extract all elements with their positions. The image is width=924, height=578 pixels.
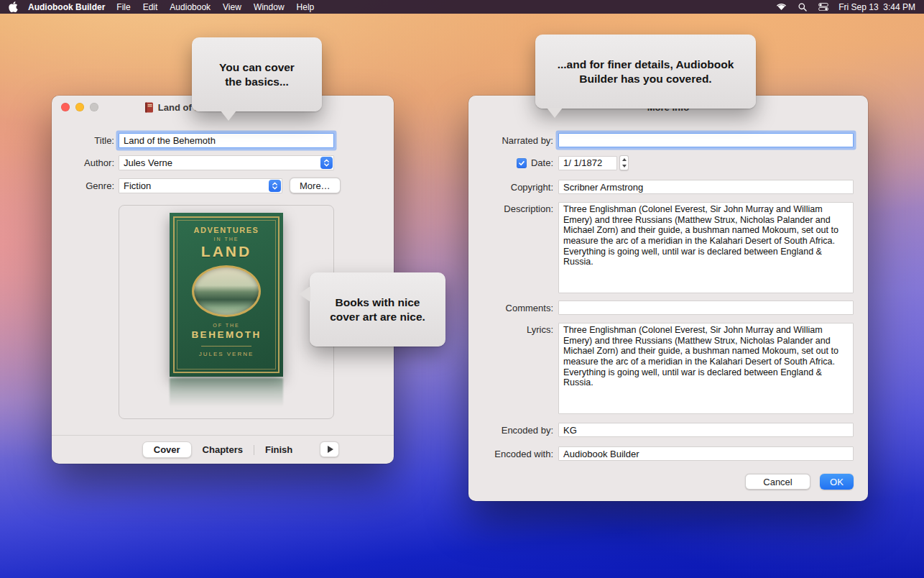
description-label: Description: <box>468 202 553 214</box>
menu-edit[interactable]: Edit <box>143 2 158 12</box>
book-cover-behemoth: BEHEMOTH <box>191 329 261 340</box>
encoded-by-row: Encoded by: <box>468 423 854 437</box>
encoded-with-row: Encoded with: <box>468 446 854 461</box>
comments-row: Comments: <box>468 301 854 315</box>
callout-cover-art-text: Books with nice cover art are nice. <box>330 296 425 323</box>
title-input[interactable] <box>119 133 334 148</box>
tab-chapters[interactable]: Chapters <box>192 442 254 457</box>
genre-row: Genre: More… <box>52 178 394 193</box>
lyrics-row: Lyrics: Three Englishman (Colonel Everes… <box>468 323 854 414</box>
arrow-up-icon <box>622 158 627 161</box>
document-icon <box>144 102 154 113</box>
menu-view[interactable]: View <box>223 2 241 12</box>
cover-art-well[interactable]: ADVENTURES IN THE LAND OF THE BEHEMOTH J… <box>119 205 334 419</box>
encoded-by-input[interactable] <box>558 423 854 437</box>
tab-finish[interactable]: Finish <box>254 442 303 457</box>
zoom-button[interactable] <box>90 103 98 111</box>
tab-cover[interactable]: Cover <box>142 441 192 458</box>
book-cover-land: LAND <box>201 243 251 260</box>
menu-window[interactable]: Window <box>254 2 285 12</box>
book-cover-title-top: ADVENTURES <box>194 226 259 234</box>
date-checkbox[interactable] <box>517 158 527 168</box>
arrow-down-icon <box>622 165 627 168</box>
lyrics-textarea[interactable]: Three Englishman (Colonel Everest, Sir J… <box>558 323 854 414</box>
comments-input[interactable] <box>558 301 854 315</box>
wifi-icon[interactable] <box>776 2 787 12</box>
ok-button[interactable]: OK <box>820 474 854 490</box>
book-cover-in-the: IN THE <box>214 237 239 242</box>
play-icon <box>328 446 333 453</box>
copyright-row: Copyright: <box>468 180 854 194</box>
more-button[interactable]: More… <box>290 178 341 193</box>
author-label: Author: <box>52 157 114 168</box>
date-input[interactable] <box>558 156 617 170</box>
narrated-label: Narrated by: <box>468 135 553 146</box>
menu-audiobook[interactable]: Audiobook <box>170 2 211 12</box>
menu-file[interactable]: File <box>116 2 130 12</box>
title-row: Title: <box>52 133 394 148</box>
dialog-buttons: Cancel OK <box>468 474 854 490</box>
author-combobox[interactable] <box>119 155 334 170</box>
stepper-up-button[interactable] <box>620 156 628 163</box>
book-cover-of-the: OF THE <box>213 323 240 328</box>
callout-finer-tail <box>547 108 563 118</box>
encoded-with-input[interactable] <box>558 446 854 461</box>
copyright-label: Copyright: <box>468 182 553 193</box>
stepper-down-button[interactable] <box>620 163 628 170</box>
book-cover-illustration <box>192 265 261 317</box>
search-icon[interactable] <box>797 2 808 12</box>
menubar-app-name[interactable]: Audiobook Builder <box>28 2 105 12</box>
chevron-up-down-icon <box>323 158 330 168</box>
author-input[interactable] <box>119 155 334 170</box>
date-row: Date: <box>468 155 854 170</box>
genre-popup[interactable] <box>119 178 282 193</box>
callout-basics: You can cover the basics... <box>192 37 322 111</box>
genre-label: Genre: <box>52 180 114 191</box>
section-segmented-control: Cover Chapters Finish <box>142 441 304 458</box>
book-cover: ADVENTURES IN THE LAND OF THE BEHEMOTH J… <box>170 213 283 377</box>
narrated-row: Narrated by: <box>468 133 854 147</box>
narrated-input[interactable] <box>558 133 854 147</box>
callout-basics-tail <box>221 111 236 121</box>
book-cover-author: JULES VERNE <box>199 351 254 357</box>
date-label: Date: <box>531 157 553 168</box>
callout-cover-art: Books with nice cover art are nice. <box>310 272 445 347</box>
chevron-up-down-icon <box>272 181 278 191</box>
menu-bar: Audiobook Builder File Edit Audiobook Vi… <box>0 0 924 14</box>
genre-input[interactable] <box>119 178 282 193</box>
main-window-toolbar: Cover Chapters Finish <box>52 435 394 464</box>
callout-finer-text: ...and for finer details, Audiobook Buil… <box>558 58 734 85</box>
book-cover-rule <box>201 346 251 347</box>
callout-finer: ...and for finer details, Audiobook Buil… <box>535 35 756 109</box>
encoded-by-label: Encoded by: <box>468 425 553 436</box>
description-textarea[interactable]: Three Englishman (Colonel Everest, Sir J… <box>558 202 854 293</box>
encoded-with-label: Encoded with: <box>468 449 553 459</box>
author-combo-button[interactable] <box>320 157 333 169</box>
genre-popup-button[interactable] <box>269 180 281 192</box>
checkmark-icon <box>518 160 525 167</box>
play-button[interactable] <box>320 441 339 457</box>
traffic-lights <box>61 103 98 111</box>
close-button[interactable] <box>61 103 70 111</box>
title-label: Title: <box>52 135 114 146</box>
more-info-window: More Info Narrated by: Date: Copyright: <box>468 96 868 501</box>
description-row: Description: Three Englishman (Colonel E… <box>468 202 854 293</box>
callout-cover-art-tail <box>299 286 310 302</box>
minimize-button[interactable] <box>75 103 84 111</box>
date-stepper[interactable] <box>619 155 629 170</box>
callout-basics-text: You can cover the basics... <box>219 61 295 88</box>
cancel-button[interactable]: Cancel <box>745 474 810 490</box>
book-cover-reflection <box>170 378 283 407</box>
menubar-clock[interactable]: Fri Sep 13 3:44 PM <box>838 2 915 12</box>
control-center-icon[interactable] <box>818 2 828 12</box>
apple-menu-icon[interactable] <box>9 2 18 12</box>
author-row: Author: <box>52 155 394 170</box>
comments-label: Comments: <box>468 303 553 313</box>
copyright-input[interactable] <box>558 180 854 194</box>
menu-help[interactable]: Help <box>297 2 315 12</box>
lyrics-label: Lyrics: <box>468 323 553 335</box>
